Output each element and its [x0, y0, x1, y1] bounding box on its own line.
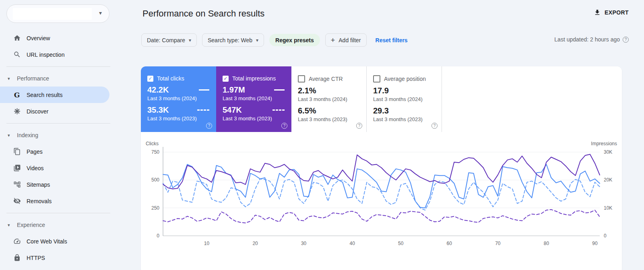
metric-card-total-impressions[interactable]: ✓ Total impressions 1.97M Last 3 months …	[216, 66, 291, 132]
sidebar-item-discover[interactable]: Discover	[0, 103, 117, 120]
sidebar-item-core-web-vitals[interactable]: Core Web Vitals	[0, 233, 117, 249]
metric-value: 547K	[223, 105, 242, 115]
dashed-line-indicator-icon	[197, 109, 209, 111]
search-type-filter-label: Search type: Web	[208, 37, 252, 43]
x-axis-tick: 90	[592, 241, 598, 246]
page-title: Performance on Search results	[142, 8, 264, 19]
x-axis-tick: 70	[495, 241, 501, 246]
sidebar-item-videos[interactable]: Videos	[0, 160, 117, 176]
metric-caption: Last 3 months (2023)	[298, 116, 361, 122]
home-icon	[13, 34, 21, 42]
sidebar-item-label: Removals	[27, 198, 52, 204]
performance-chart-svg[interactable]: 0025010K50020K75030KClicksImpressions102…	[141, 139, 622, 260]
metric-value: 1.97M	[223, 85, 245, 95]
dashed-line-indicator-icon	[272, 109, 285, 111]
pages-icon	[13, 148, 21, 156]
x-axis-tick: 50	[398, 241, 404, 246]
property-name-redacted	[13, 8, 92, 20]
regex-presets-chip[interactable]: Regex presets	[269, 34, 320, 46]
add-filter-button[interactable]: + Add filter	[325, 33, 367, 47]
metric-card-total-clicks[interactable]: ✓ Total clicks 42.2K Last 3 months (2024…	[141, 66, 216, 132]
regex-presets-label: Regex presets	[275, 37, 314, 43]
sidebar-item-url-inspection[interactable]: URL inspection	[0, 46, 117, 63]
chevron-down-icon: ▾	[8, 223, 12, 228]
metric-caption: Last 3 months (2024)	[223, 95, 286, 101]
sidebar-divider	[6, 123, 110, 124]
help-icon[interactable]: ?	[431, 123, 438, 129]
chevron-down-icon: ▾	[189, 37, 191, 43]
checkbox-unchecked-icon[interactable]	[298, 75, 305, 82]
metric-card-average-position[interactable]: Average position 17.9 Last 3 months (202…	[367, 66, 442, 132]
add-filter-label: Add filter	[339, 37, 361, 43]
series-line	[163, 210, 600, 223]
help-icon[interactable]: ?	[281, 123, 287, 129]
y-axis-left-tick: 750	[151, 149, 159, 155]
sidebar-item-label: Discover	[27, 108, 48, 115]
sidebar-section-indexing[interactable]: ▾ Indexing	[0, 127, 117, 143]
help-icon[interactable]: ?	[623, 37, 629, 43]
metric-caption: Last 3 months (2023)	[373, 116, 436, 122]
metric-caption: Last 3 months (2024)	[147, 95, 211, 101]
sidebar-divider	[6, 213, 110, 213]
solid-line-indicator-icon	[274, 89, 285, 91]
section-title: Experience	[17, 222, 45, 228]
y-axis-right-tick: 10K	[604, 205, 612, 211]
metric-label: Total clicks	[157, 75, 184, 82]
left-axis-title: Clicks	[146, 141, 159, 146]
x-axis-tick: 40	[349, 241, 355, 246]
sidebar-section-performance[interactable]: ▾ Performance	[0, 70, 117, 87]
performance-panel: ✓ Total clicks 42.2K Last 3 months (2024…	[141, 66, 622, 270]
y-axis-right-tick: 0	[604, 233, 607, 239]
google-g-icon: G	[13, 91, 21, 99]
metric-card-average-ctr[interactable]: Average CTR 2.1% Last 3 months (2024) 6.…	[291, 66, 367, 132]
chevron-down-icon: ▾	[8, 133, 12, 138]
checkbox-unchecked-icon[interactable]	[373, 75, 380, 82]
metric-value: 17.9	[373, 86, 389, 95]
performance-chart[interactable]: 0025010K50020K75030KClicksImpressions102…	[141, 139, 622, 260]
property-selector[interactable]: ▾	[6, 4, 109, 23]
y-axis-left-tick: 250	[151, 205, 159, 211]
plus-icon: +	[331, 37, 335, 44]
date-filter-label: Date: Compare	[147, 37, 185, 43]
sidebar-item-label: Overview	[27, 35, 50, 41]
y-axis-left-tick: 0	[157, 233, 159, 239]
x-axis-tick: 30	[301, 241, 307, 246]
last-updated-text: Last updated: 2 hours ago	[554, 36, 620, 43]
x-axis-tick: 10	[204, 241, 210, 246]
right-axis-title: Impressions	[591, 141, 617, 146]
sidebar: ▾ Overview URL inspection ▾ Performance	[0, 0, 117, 270]
x-axis-tick: 60	[447, 241, 452, 246]
metric-value: 35.3K	[147, 105, 169, 115]
sidebar-item-removals[interactable]: Removals	[0, 193, 117, 209]
search-type-filter-dropdown[interactable]: Search type: Web ▾	[202, 33, 264, 47]
section-title: Performance	[17, 75, 49, 82]
sidebar-nav: Overview URL inspection ▾ Performance G …	[0, 30, 117, 266]
sidebar-item-overview[interactable]: Overview	[0, 30, 117, 46]
metric-value: 29.3	[373, 106, 389, 115]
sidebar-divider	[6, 66, 110, 67]
help-icon[interactable]: ?	[206, 123, 212, 129]
sidebar-item-label: Sitemaps	[27, 181, 50, 188]
help-icon[interactable]: ?	[356, 123, 362, 129]
reset-filters-link[interactable]: Reset filters	[376, 37, 408, 43]
sidebar-item-label: Pages	[27, 148, 43, 155]
sidebar-item-sitemaps[interactable]: Sitemaps	[0, 176, 117, 193]
metric-label: Average position	[384, 76, 426, 82]
sidebar-item-pages[interactable]: Pages	[0, 143, 117, 160]
date-filter-dropdown[interactable]: Date: Compare ▾	[141, 33, 197, 47]
sidebar-item-label: URL inspection	[27, 52, 64, 58]
sidebar-section-experience[interactable]: ▾ Experience	[0, 217, 117, 233]
gauge-icon	[13, 237, 21, 245]
export-button[interactable]: EXPORT	[594, 9, 629, 16]
sidebar-item-search-results[interactable]: G Search results	[0, 87, 109, 103]
checkbox-checked-icon[interactable]: ✓	[147, 76, 153, 82]
metric-cards-row: ✓ Total clicks 42.2K Last 3 months (2024…	[141, 66, 622, 132]
sidebar-item-label: Videos	[27, 165, 44, 171]
filter-bar: Date: Compare ▾ Search type: Web ▾ Regex…	[141, 33, 408, 47]
metric-caption: Last 3 months (2023)	[147, 115, 211, 122]
metric-label: Average CTR	[309, 76, 343, 82]
metric-value: 6.5%	[298, 106, 316, 115]
sidebar-item-https[interactable]: HTTPS	[0, 249, 117, 266]
checkbox-checked-icon[interactable]: ✓	[223, 76, 229, 82]
metric-value: 2.1%	[298, 86, 316, 95]
